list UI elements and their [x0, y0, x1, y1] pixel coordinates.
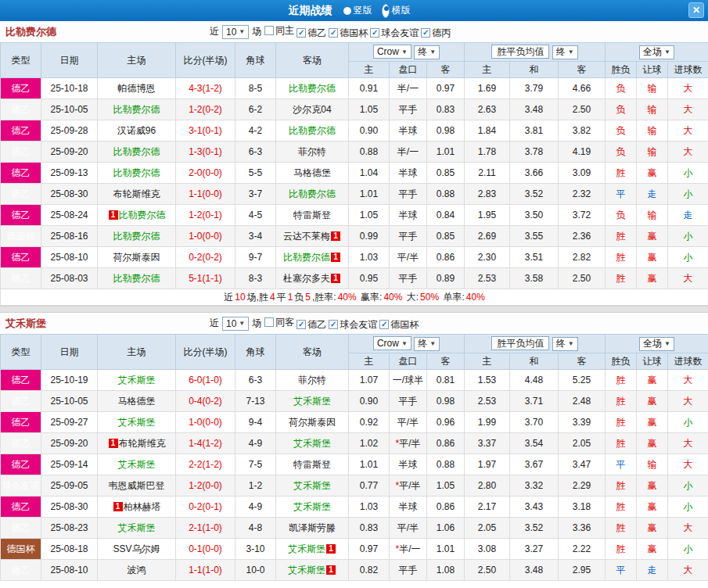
team-name: 比勒费尔德: [113, 273, 160, 284]
filter-checkbox[interactable]: ✓球会友谊: [329, 318, 377, 332]
scope-group-header: 全场▼: [606, 43, 708, 62]
avg-time-select[interactable]: 终▼: [552, 337, 578, 351]
result-handicap: 赢: [637, 412, 668, 433]
avg-time-select[interactable]: 终▼: [552, 45, 578, 59]
avg-home: 1.84: [465, 120, 510, 142]
away-team: 艾禾斯堡: [276, 497, 349, 518]
competition-type: 德乙: [1, 78, 41, 99]
summary-segment: 赢率:: [358, 292, 383, 303]
avg-draw: 3.67: [510, 454, 559, 475]
layout-radio-vertical[interactable]: 竖版: [343, 4, 372, 17]
close-icon[interactable]: ✕: [688, 2, 704, 18]
summary-segment: 单率:: [440, 292, 465, 303]
avg-draw: 3.79: [510, 78, 559, 99]
odds-time-select[interactable]: 终▼: [414, 337, 440, 351]
home-team: 1比勒费尔德: [98, 205, 176, 226]
match-row: 德乙25-08-10波鸿1-1(1-0)10-0艾禾斯堡10.82平手1.082…: [1, 560, 708, 581]
near-label: 近: [210, 317, 219, 330]
team-name: 韦恩威斯巴登: [109, 480, 165, 491]
checkbox-icon: [264, 317, 274, 327]
match-row: 德乙25-09-201布轮斯维克1-4(1-2)4-9艾禾斯堡1.02*平/半0…: [1, 433, 708, 454]
result-handicap: 赢: [637, 433, 668, 454]
filter-checkbox[interactable]: 同主: [264, 24, 294, 38]
scope-select[interactable]: 全场▼: [639, 337, 674, 351]
filter-checkbox[interactable]: ✓德乙: [296, 27, 326, 40]
games-count-select[interactable]: 10▼: [222, 317, 249, 331]
filter-checkbox[interactable]: ✓德丙: [421, 27, 451, 40]
team-name: 菲尔特: [298, 146, 326, 157]
corners: 3-10: [235, 539, 276, 560]
filter-checkbox[interactable]: ✓德乙: [296, 318, 326, 332]
avg-away: 2.50: [559, 268, 606, 289]
col-home: 主场: [98, 43, 176, 78]
avg-home: 1.78: [465, 142, 510, 163]
competition-type: 德乙: [1, 120, 41, 142]
bookmaker-select[interactable]: Crow▼: [373, 45, 412, 59]
result-goals: 大: [668, 518, 708, 539]
odds-home: 1.05: [349, 99, 390, 120]
team-name: 柏林赫塔: [124, 501, 161, 512]
result-wdl: 胜: [606, 226, 637, 247]
wdl-average-button[interactable]: 胜平负均值: [491, 45, 549, 59]
scope-select[interactable]: 全场▼: [639, 45, 674, 59]
handicap-value: 平/半: [397, 417, 419, 428]
away-team: 艾禾斯堡1: [276, 560, 349, 581]
wdl-average-button[interactable]: 胜平负均值: [491, 336, 549, 350]
bookmaker-select[interactable]: Crow▼: [373, 336, 412, 350]
team-name: 比勒费尔德: [289, 125, 336, 136]
team-name: 比勒费尔德: [113, 231, 160, 242]
chevron-down-icon: ▼: [239, 320, 245, 327]
result-handicap: 输: [637, 120, 668, 142]
handicap-value: 半球: [399, 210, 418, 220]
checkbox-label: 同主: [275, 24, 294, 38]
filter-checkbox[interactable]: ✓球会友谊: [370, 27, 419, 40]
filter-checkbox[interactable]: 同客: [264, 316, 294, 329]
filter-checkbox[interactable]: ✓德国杯: [329, 27, 368, 40]
avg-home: 2.80: [465, 475, 510, 497]
summary-segment: 平: [277, 292, 286, 303]
col-odds-away: 客: [427, 62, 465, 78]
team-name: 马格德堡: [118, 396, 156, 407]
match-date: 25-09-05: [41, 475, 98, 497]
team-name: 艾禾斯堡: [118, 417, 156, 428]
result-wdl: 胜: [606, 370, 637, 391]
team-name: SSV乌尔姆: [113, 543, 160, 554]
col-result-handicap: 让球: [637, 353, 668, 370]
away-team: 比勒费尔德: [276, 78, 349, 99]
filter-checkbox[interactable]: ✓德国杯: [379, 318, 419, 332]
odds-home: 1.07: [349, 370, 390, 391]
result-goals: 小: [668, 412, 708, 433]
section-separator: [0, 306, 708, 313]
home-team: 汉诺威96: [98, 120, 176, 142]
away-team: 菲尔特: [276, 142, 349, 163]
result-handicap: 走: [637, 184, 668, 205]
summary-segment: 负: [294, 292, 304, 303]
odds-home: 0.95: [349, 268, 390, 289]
handicap-value: 平手: [399, 231, 418, 242]
match-row: 德乙25-09-14艾禾斯堡2-2(1-2)7-5特雷斯登1.01半球0.881…: [1, 454, 708, 475]
competition-type: 德乙: [1, 184, 41, 205]
summary-segment: 40%: [466, 292, 485, 303]
games-count-select[interactable]: 10▼: [222, 25, 249, 39]
result-handicap: 输: [637, 142, 668, 163]
filter-checkboxes: 同主✓德乙✓德国杯✓球会友谊✓德丙: [264, 24, 453, 40]
col-away: 客场: [276, 335, 349, 370]
chevron-down-icon: ▼: [429, 48, 436, 56]
match-date: 25-08-03: [41, 268, 98, 289]
team-name: 比勒费尔德: [113, 146, 160, 157]
layout-radio-horizontal[interactable]: 横版: [382, 4, 411, 18]
match-date: 25-08-24: [41, 205, 98, 226]
checkbox-icon: ✓: [329, 320, 338, 329]
corners: 9-4: [235, 412, 276, 433]
summary-segment: 4: [270, 292, 275, 303]
result-wdl: 负: [606, 120, 637, 142]
home-team: 布轮斯维克: [98, 184, 176, 205]
col-result-goals: 进球数: [668, 62, 708, 78]
competition-type: 德乙: [1, 497, 41, 518]
home-team: 艾禾斯堡: [98, 518, 176, 539]
odds-away: 0.81: [427, 370, 465, 391]
summary-segment: 场,胜: [247, 292, 268, 303]
avg-away: 2.48: [559, 391, 606, 412]
odds-time-select[interactable]: 终▼: [414, 45, 440, 59]
home-team: 比勒费尔德: [98, 99, 176, 120]
